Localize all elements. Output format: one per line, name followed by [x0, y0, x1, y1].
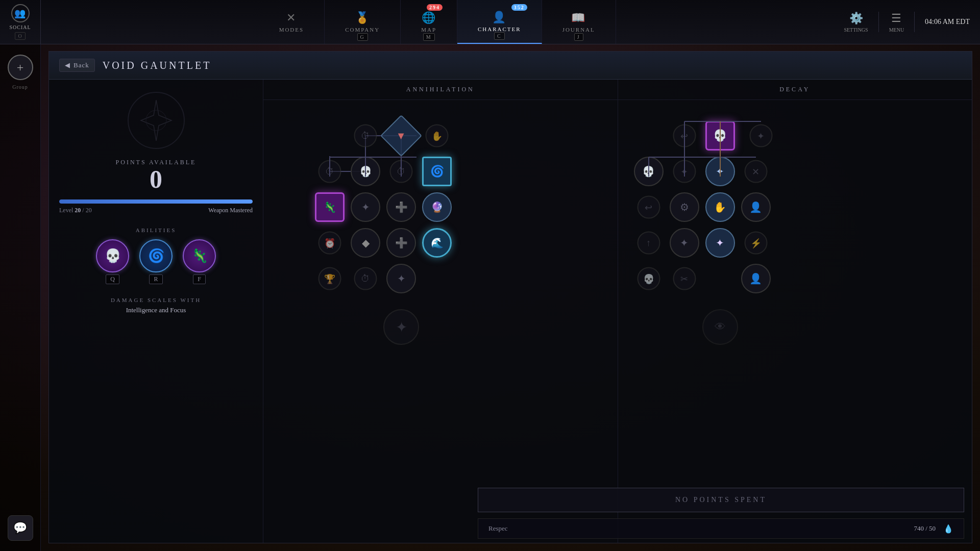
svg-point-1	[146, 110, 166, 131]
annihilation-node-3-0[interactable]: 🦎	[315, 192, 345, 222]
back-arrow: ◀	[65, 61, 70, 69]
annihilation-node-5-0[interactable]: 🏆	[318, 267, 341, 290]
nav-map[interactable]: 294 🌐 MAP M	[401, 0, 457, 44]
company-key: G	[357, 33, 368, 41]
journal-key: J	[574, 33, 583, 41]
nav-journal[interactable]: 📖 JOURNAL J	[542, 0, 616, 44]
annihilation-node-2-0[interactable]: ⏱	[318, 160, 341, 183]
decay-node-5-3[interactable]: 👤	[741, 264, 771, 293]
decay-header: DECAY	[618, 80, 972, 99]
settings-btn[interactable]: ⚙️ SETTINGS	[844, 12, 868, 33]
annihilation-node-4-1[interactable]: ◆	[351, 228, 380, 258]
annihilation-node-2-1[interactable]: 💀	[351, 157, 380, 186]
decay-node-2-0[interactable]: 💀	[634, 157, 664, 186]
decay-tree: ↩ 💀 ✦ 💀 ✦ ✦ ✕ ↩ ⚙ ✋ 👤	[618, 100, 972, 543]
left-sidebar: + Group 💬	[0, 44, 41, 551]
character-label: CHARACTER	[478, 26, 521, 32]
decay-node-2-1[interactable]: ✦	[673, 160, 696, 183]
nav-character[interactable]: 352 👤 CHARACTER C	[457, 0, 542, 44]
decay-node-3-2[interactable]: ✋	[705, 192, 735, 222]
panel-body: POINTS AVAILABLE 0 Level 20 / 20 Weapon …	[49, 80, 972, 543]
map-badge: 294	[427, 4, 443, 11]
nav-social[interactable]: 👥 SOCIAL O	[0, 0, 41, 44]
decay-node-4-2[interactable]: ✦	[705, 228, 735, 258]
main-panel: ◀ Back VOID GAUNTLET POINTS AVAILABLE 0	[48, 51, 972, 543]
annihilation-capstone[interactable]: ✦	[383, 309, 419, 345]
decay-node-2-2[interactable]: ✦	[705, 157, 735, 186]
level-display: Level 20 / 20	[59, 207, 92, 214]
decay-node-1-0[interactable]: ↩	[673, 124, 696, 147]
decay-node-5-0[interactable]: 💀	[637, 267, 660, 290]
damage-value: Intelligence and Focus	[59, 306, 253, 314]
menu-label: MENU	[889, 27, 904, 33]
xp-bar-fill	[59, 199, 253, 204]
decay-node-2-3[interactable]: ✕	[744, 160, 767, 183]
xp-bar-container: Level 20 / 20 Weapon Mastered	[59, 199, 253, 214]
add-group-btn[interactable]: +	[8, 55, 33, 80]
skill-tree-panel: ANNIHILATION DECAY	[263, 80, 972, 543]
nav-items: ✕ MODES 🏅 COMPANY G 294 🌐 MAP M 352 👤 CH…	[41, 0, 834, 44]
journal-icon: 📖	[571, 11, 586, 24]
ability-icon-f[interactable]: 🦎	[183, 239, 216, 272]
character-key: C	[494, 32, 505, 40]
ability-icon-r[interactable]: 🌀	[139, 239, 173, 272]
annihilation-node-1-3[interactable]: ✋	[426, 124, 449, 147]
ability-slot-r: 🌀 R	[139, 239, 173, 284]
decay-node-1-2[interactable]: ✦	[749, 124, 772, 147]
panel-header: ◀ Back VOID GAUNTLET	[49, 52, 972, 80]
panel-title: VOID GAUNTLET	[103, 60, 212, 71]
decay-label: DECAY	[779, 86, 810, 93]
decay-capstone[interactable]: 👁	[702, 309, 738, 345]
respec-label: Respec	[488, 524, 906, 533]
group-label: Group	[12, 84, 28, 90]
social-label: SOCIAL	[9, 24, 31, 30]
decay-node-3-0[interactable]: ↩	[637, 196, 660, 219]
annihilation-node-3-2[interactable]: ➕	[386, 192, 416, 222]
ability-key-f: F	[193, 274, 206, 284]
annihilation-label: ANNIHILATION	[406, 86, 475, 93]
decay-node-4-1[interactable]: ✦	[670, 228, 699, 258]
menu-icon: ☰	[891, 12, 901, 25]
xp-bar-bg	[59, 199, 253, 204]
nav-modes[interactable]: ✕ MODES	[259, 0, 325, 44]
respec-icon: 💧	[943, 524, 953, 534]
no-points-btn[interactable]: NO POINTS SPENT	[478, 488, 964, 512]
damage-section: DAMAGE SCALES WITH Intelligence and Focu…	[59, 297, 253, 314]
annihilation-node-5-1[interactable]: ⏱	[354, 267, 377, 290]
ability-icon-q[interactable]: 💀	[96, 239, 129, 272]
map-icon: 🌐	[422, 11, 436, 24]
annihilation-node-2-2[interactable]: ⏱	[390, 160, 413, 183]
back-button[interactable]: ◀ Back	[59, 59, 95, 72]
annihilation-node-1-1[interactable]: ⏱	[354, 124, 377, 147]
annihilation-node-4-2[interactable]: ➕	[386, 228, 416, 258]
chat-btn[interactable]: 💬	[8, 515, 33, 541]
tree-headers: ANNIHILATION DECAY	[263, 80, 972, 100]
abilities-title: ABILITIES	[59, 227, 253, 233]
annihilation-node-5-2[interactable]: ✦	[386, 264, 416, 293]
time-display: 04:06 AM EDT	[925, 18, 970, 26]
top-nav: 👥 SOCIAL O ✕ MODES 🏅 COMPANY G 294 🌐 MAP…	[0, 0, 980, 44]
points-value: 0	[116, 166, 197, 192]
ability-key-q: Q	[106, 274, 119, 284]
weapon-artwork	[126, 90, 187, 151]
respec-bar: Respec 740 / 50 💧	[478, 518, 964, 539]
annihilation-node-3-3[interactable]: 🔮	[422, 192, 452, 222]
decay-node-4-3[interactable]: ⚡	[744, 232, 767, 255]
decay-node-3-3[interactable]: 👤	[741, 192, 771, 222]
decay-node-3-1[interactable]: ⚙	[670, 192, 699, 222]
journal-label: JOURNAL	[562, 27, 595, 33]
annihilation-node-1-2[interactable]: ▼	[380, 115, 422, 157]
annihilation-node-3-1[interactable]: ✦	[351, 192, 380, 222]
annihilation-node-4-3[interactable]: 🌊	[422, 228, 452, 258]
decay-node-1-1[interactable]: 💀	[705, 121, 735, 151]
xp-bar-labels: Level 20 / 20 Weapon Mastered	[59, 207, 253, 214]
character-icon: 👤	[492, 11, 507, 24]
annihilation-node-4-0[interactable]: ⏰	[318, 232, 341, 255]
respec-value: 740 / 50	[914, 524, 936, 533]
abilities-row: 💀 Q 🌀 R 🦎 F	[59, 239, 253, 284]
menu-btn[interactable]: ☰ MENU	[889, 12, 904, 33]
annihilation-node-2-3[interactable]: 🌀	[422, 157, 452, 186]
decay-node-4-0[interactable]: ↑	[637, 232, 660, 255]
decay-node-5-1[interactable]: ✂	[673, 267, 696, 290]
nav-company[interactable]: 🏅 COMPANY G	[325, 0, 401, 44]
